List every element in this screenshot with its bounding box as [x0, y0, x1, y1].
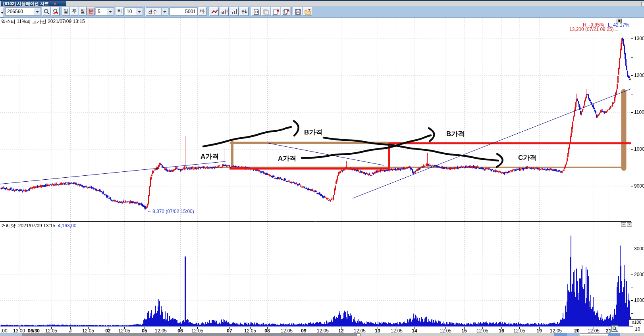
scrollbar-right-block-light[interactable] [567, 333, 579, 336]
sort-button[interactable] [239, 7, 249, 16]
count-mode-value: 건수 [148, 9, 157, 14]
date-tick-label: 12:05 [118, 328, 130, 334]
close-volume-icon[interactable]: × [627, 222, 632, 227]
date-tick-label: :00 [1, 328, 8, 334]
minute-period-combo[interactable]: 5 [96, 8, 114, 15]
price-panel-header: 덱스터 11%의 고가선 2021/07/09 13:15 [1, 18, 85, 25]
scrollbar-thumb-grip[interactable] [357, 333, 361, 336]
period-day-button[interactable]: 일 [62, 7, 70, 15]
period-month-button[interactable]: 월 [79, 7, 87, 15]
scrollbar-thumb[interactable] [22, 333, 357, 336]
tick-button[interactable]: 틱 [116, 7, 124, 15]
date-tick-label: 05 [142, 328, 147, 334]
horizontal-scrollbar[interactable] [0, 333, 644, 336]
tab-close-icon[interactable]: × [52, 1, 58, 6]
date-tick-label: 13:00 [13, 328, 25, 334]
date-tick-label: 12:05 [317, 328, 329, 334]
svg-text:R: R [277, 9, 280, 13]
line-chart-icon [211, 8, 218, 15]
date-tick-label: 12:05 [550, 328, 562, 334]
copy-chart-button[interactable] [261, 7, 270, 16]
axis-zoom-button[interactable] [611, 325, 618, 332]
bar-chart-icon [231, 8, 238, 15]
volume-value: 4,163,00 [58, 223, 77, 228]
price-annotation-label[interactable]: B가격 [446, 129, 465, 138]
price-annotation-label[interactable]: C가격 [518, 153, 536, 162]
price-tick-label: 12000 [634, 73, 644, 78]
volume-time: 2021/07/09 13:15 [18, 223, 55, 228]
date-tick-label: 12:05 [45, 328, 57, 334]
volume-alert-button[interactable]: ! [220, 7, 229, 16]
date-tick-label: 12:05 [82, 328, 94, 334]
toolbar-scroll-left-button[interactable]: ◂ [0, 7, 4, 17]
volume-tick-label: 1000 [634, 298, 644, 303]
scrollbar-right-block[interactable] [554, 333, 567, 336]
bar-button[interactable]: 바 [198, 7, 206, 15]
high-price-marker: 13,200 (07/21 09:25) [569, 27, 613, 32]
chart-restore-button[interactable]: R [271, 7, 280, 16]
simulation-chart-window: { "window": { "tab_title": "[6102] 시뮬레이션… [0, 0, 644, 336]
chart-search-button[interactable] [51, 7, 60, 16]
date-tick-label: J [69, 328, 72, 334]
price-tick-label: 10000 [634, 146, 644, 152]
date-tick-label: 12:05 [281, 328, 293, 334]
date-tick-label: 12:05 [354, 328, 366, 334]
period-minute-button[interactable]: 분 [87, 7, 95, 15]
date-tick-label: 20 [574, 328, 579, 334]
date-tick-label: 15 [461, 328, 467, 334]
price-tick-label: 13000 [634, 36, 644, 41]
date-tick-label: 13 [375, 328, 380, 334]
price-tick-label: 9000 [634, 183, 644, 189]
search-redo-icon [52, 8, 59, 15]
chart-type-button[interactable] [210, 7, 219, 16]
high-arrow-icon: → [614, 27, 619, 33]
scrollbar-right-block2[interactable] [608, 333, 620, 336]
svg-text:D: D [255, 10, 258, 14]
volume-title: 거래량 [1, 223, 15, 228]
chevron-down-icon[interactable] [107, 8, 113, 15]
window-r-icon: R [272, 8, 280, 15]
open-button[interactable] [303, 7, 312, 16]
scrollbar-range-box[interactable] [580, 333, 608, 336]
bar-chart-alert-icon: ! [221, 8, 228, 15]
date-tick-label: 12:05 [391, 328, 403, 334]
chart-layout-button[interactable]: R [281, 7, 290, 16]
date-tick-label: 12:05 [513, 328, 525, 334]
svg-text:R: R [287, 9, 290, 13]
count-input[interactable]: 5001 [170, 8, 198, 15]
volume-tick-label: 2000 [634, 272, 644, 277]
chart-canvas[interactable] [0, 0, 644, 336]
chevron-down-icon[interactable] [136, 8, 142, 15]
date-tick-label: 12:05 [155, 328, 167, 334]
count-mode-combo[interactable]: 건수 [146, 8, 168, 15]
scrollbar-start-block[interactable] [0, 333, 22, 336]
minimize-volume-icon[interactable]: – [621, 222, 626, 227]
new-chart-button[interactable]: D [251, 7, 260, 16]
save-button[interactable] [293, 7, 302, 16]
date-tick-label: 09 [301, 328, 306, 334]
period-week-button[interactable]: 주 [70, 7, 78, 15]
date-tick-label: 08 [264, 328, 270, 334]
date-tick-label: 07 [227, 328, 232, 334]
chevron-down-icon[interactable] [34, 8, 40, 15]
price-annotation-label[interactable]: A가격 [201, 152, 219, 161]
tab-strip [0, 1, 644, 7]
magnifier-icon [612, 326, 617, 331]
chevron-down-icon[interactable] [161, 8, 168, 15]
price-annotation-label[interactable]: B가격 [304, 128, 322, 137]
date-tick-label: 12:05 [244, 328, 256, 334]
date-tick-label: 12:05 [191, 328, 203, 334]
date-tick-label: 12:05 [588, 328, 600, 334]
symbol-search-button[interactable] [42, 7, 50, 16]
date-tick-label: 16 [499, 328, 504, 334]
price-annotation-label[interactable]: A가격 [278, 154, 296, 163]
tick-period-combo[interactable]: 10 [125, 8, 143, 15]
price-tick-label: 11000 [634, 109, 644, 115]
maximize-panel-icon[interactable]: ▣ [617, 19, 622, 23]
date-tick-label: 02 [105, 328, 110, 334]
window-control-icon[interactable] [641, 2, 644, 6]
layers-r-icon: R [282, 8, 290, 15]
symbol-combo[interactable]: 206560 [5, 8, 41, 15]
count-input-value: 5001 [185, 9, 196, 14]
volume-button[interactable] [229, 7, 239, 16]
